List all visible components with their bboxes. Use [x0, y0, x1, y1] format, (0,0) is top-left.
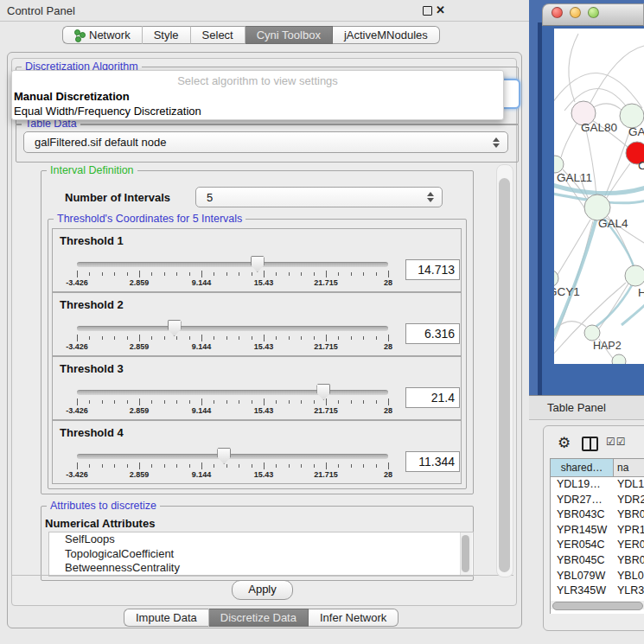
table-row-col2[interactable]: YBR0 — [617, 508, 644, 520]
algorithm-placeholder: Select algorithm to view settings — [12, 71, 503, 89]
slider-handle[interactable] — [217, 448, 231, 464]
tick-label: -3.426 — [55, 278, 99, 287]
window-zoom-icon[interactable] — [588, 7, 599, 18]
threshold-value-field[interactable]: 14.713 — [405, 259, 460, 280]
number-of-intervals-combobox[interactable]: 5 — [195, 187, 443, 207]
tick-label: 21.715 — [304, 278, 348, 287]
slider-track[interactable] — [77, 326, 388, 331]
algorithm-option-manual[interactable]: Manual Discretization — [12, 89, 503, 104]
tab-label: Network — [89, 29, 131, 41]
algorithm-option-equal-width[interactable]: Equal Width/Frequency Discretization — [12, 104, 503, 118]
slider-handle[interactable] — [251, 256, 265, 272]
tab-impute-data[interactable]: Impute Data — [124, 609, 209, 627]
network-canvas[interactable]: GAL80GACGAL11GAL4GCY1HHAP2 — [554, 29, 644, 364]
numerical-attributes-list[interactable]: SelfLoopsTopologicalCoefficientBetweenne… — [48, 532, 474, 577]
number-of-intervals-value: 5 — [207, 191, 213, 204]
table-row[interactable]: YPR145W — [557, 524, 607, 536]
attributes-group-label: Attributes to discretize — [47, 500, 160, 512]
node-label: GA — [628, 125, 644, 138]
threshold-coordinates-label: Threshold's Coordinates for 5 Intervals — [54, 213, 245, 225]
node-label: HAP2 — [593, 340, 622, 352]
table-row-col2[interactable]: YER0 — [617, 539, 644, 551]
tick-label: 15.43 — [242, 278, 285, 287]
close-icon[interactable]: ✕ — [436, 3, 445, 16]
interval-definition-label: Interval Definition — [47, 164, 137, 176]
main-scrollbar-thumb[interactable] — [499, 178, 510, 572]
table-row[interactable]: YBL079W — [557, 570, 605, 582]
network-icon — [74, 29, 85, 41]
node-label: GCY1 — [554, 285, 580, 298]
tick-label: 15.43 — [242, 342, 285, 351]
viewport-divider — [12, 575, 513, 576]
tab-label: Select — [202, 29, 233, 41]
node-label: H — [638, 286, 644, 299]
column-header-shared-name[interactable]: shared… — [551, 459, 614, 477]
checkbox-pair-icon[interactable]: ☑☑ — [606, 436, 627, 448]
table-hscrollbar-thumb[interactable] — [552, 602, 643, 610]
gear-icon[interactable]: ⚙ — [558, 434, 571, 452]
number-of-intervals-label: Number of Intervals — [65, 191, 170, 204]
table-row-col2[interactable]: YBR0 — [617, 554, 644, 566]
table-row[interactable]: YDL19… — [557, 478, 601, 490]
window-close-icon[interactable] — [552, 7, 563, 18]
network-node — [584, 325, 600, 341]
threshold-value-field[interactable]: 11.344 — [405, 451, 460, 472]
list-item[interactable]: BetweennessCentrality — [49, 561, 473, 576]
tab-discretize-data[interactable]: Discretize Data — [209, 609, 309, 627]
slider-track[interactable] — [77, 454, 388, 459]
stepper-icon — [427, 192, 434, 202]
tick-label: 9.144 — [180, 406, 223, 415]
table-row[interactable]: YBR043C — [557, 508, 605, 520]
tick-label: 21.715 — [304, 406, 348, 415]
table-data-combobox[interactable]: galFiltered.sif default node — [23, 131, 508, 153]
list-item[interactable]: TopologicalCoefficient — [49, 547, 473, 562]
threshold-label: Threshold 2 — [60, 298, 124, 311]
threshold-value-field[interactable]: 6.316 — [405, 323, 460, 344]
tick-label: 21.715 — [304, 470, 348, 479]
table-row-col2[interactable]: YDL1 — [617, 478, 644, 490]
node-label: GAL11 — [557, 171, 592, 184]
table-row[interactable]: YER054C — [557, 539, 605, 551]
tab-network[interactable]: Network — [62, 26, 143, 44]
tick-label: 2.859 — [118, 470, 161, 479]
table-row-col2[interactable]: YPR1 — [617, 524, 644, 536]
slider-track[interactable] — [77, 390, 388, 395]
window-title: Control Panel — [7, 4, 75, 17]
threshold-label: Threshold 4 — [60, 426, 124, 439]
tick-label: 2.859 — [118, 278, 161, 287]
tick-label: 21.715 — [304, 342, 348, 351]
table-panel-titlebar: Table Panel — [529, 395, 644, 420]
tick-label: 15.43 — [242, 406, 285, 415]
tab-label: Style — [154, 29, 179, 41]
stepper-icon — [493, 137, 500, 148]
table-row[interactable]: YLR345W — [557, 584, 606, 596]
slider-handle[interactable] — [168, 320, 182, 336]
table-row-col2[interactable]: YLR3 — [617, 584, 644, 596]
tick-label: 15.43 — [242, 470, 285, 479]
tab-label: Cyni Toolbox — [257, 29, 321, 41]
split-columns-icon[interactable] — [582, 437, 598, 451]
attributes-scrollbar-thumb[interactable] — [462, 535, 469, 572]
tab-infer-network[interactable]: Infer Network — [309, 609, 399, 627]
tab-label: Infer Network — [320, 611, 386, 624]
table-row[interactable]: YBR045C — [557, 554, 605, 566]
apply-button[interactable]: Apply — [232, 580, 293, 600]
list-item[interactable]: SelfLoops — [49, 532, 473, 547]
network-node — [620, 104, 644, 128]
tab-jactivemnodules[interactable]: jActiveMNodules — [333, 26, 440, 44]
tab-select[interactable]: Select — [191, 26, 245, 44]
float-window-icon[interactable] — [423, 6, 432, 16]
table-row-col2[interactable]: YBL0 — [617, 570, 644, 582]
table-row-col2[interactable]: YDR2 — [617, 494, 644, 506]
top-tab-bar: NetworkStyleSelectCyni ToolboxjActiveMNo… — [62, 26, 440, 44]
slider-track[interactable] — [77, 262, 388, 267]
column-header-name[interactable]: na — [614, 459, 644, 477]
node-table[interactable]: shared…naYDL19…YDL1YDR27…YDR2YBR043CYBR0… — [550, 458, 644, 614]
window-minimize-icon[interactable] — [570, 7, 581, 18]
threshold-value-field[interactable]: 21.4 — [405, 387, 460, 408]
slider-handle[interactable] — [316, 384, 330, 400]
threshold-row-3: Threshold 3-3.4262.8599.14415.4321.71528… — [52, 356, 462, 420]
tab-style[interactable]: Style — [143, 26, 191, 44]
table-row[interactable]: YDR27… — [557, 494, 603, 506]
tab-cyni-toolbox[interactable]: Cyni Toolbox — [245, 26, 333, 44]
